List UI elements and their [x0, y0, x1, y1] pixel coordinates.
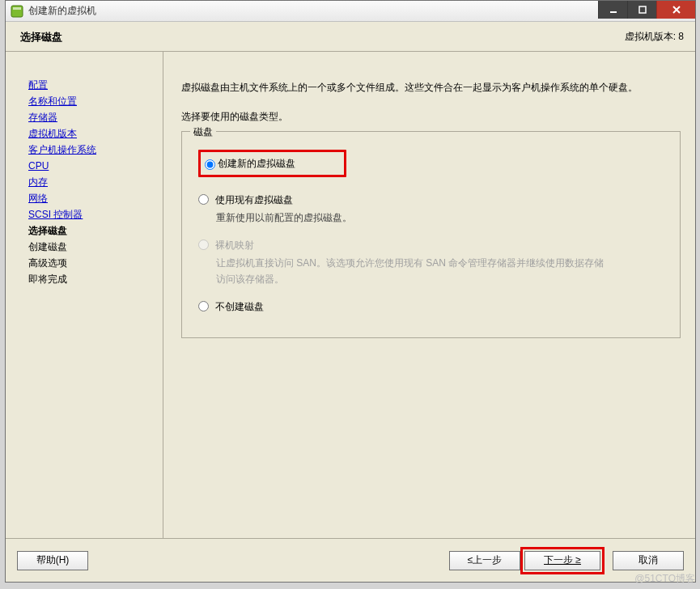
intro-text-2: 选择要使用的磁盘类型。	[181, 108, 681, 125]
sidebar-item-network[interactable]: 网络	[28, 191, 156, 206]
fieldset-legend: 磁盘	[190, 124, 216, 140]
intro-text-1: 虚拟磁盘由主机文件系统上的一个或多个文件组成。这些文件合在一起显示为客户机操作系…	[181, 79, 681, 95]
sidebar-item-name-location[interactable]: 名称和位置	[28, 94, 156, 108]
sidebar-item-cpu[interactable]: CPU	[28, 159, 156, 173]
help-button[interactable]: 帮助(H)	[17, 551, 88, 570]
minimize-button[interactable]	[598, 1, 627, 19]
sidebar-item-memory[interactable]: 内存	[28, 175, 156, 189]
sidebar-item-scsi[interactable]: SCSI 控制器	[28, 207, 156, 222]
radio-rdm-label: 裸机映射	[215, 237, 254, 253]
disk-fieldset: 磁盘 创建新的虚拟磁盘 使用现有虚拟磁盘 重新使用以前配置的虚拟磁盘。 裸机映射	[181, 131, 681, 338]
radio-existing-label: 使用现有虚拟磁盘	[215, 192, 293, 208]
next-button-highlight: 下一步 ≥	[520, 547, 605, 574]
content-area: 虚拟磁盘由主机文件系统上的一个或多个文件组成。这些文件合在一起显示为客户机操作系…	[163, 52, 695, 538]
svg-rect-2	[610, 11, 617, 13]
radio-create-new[interactable]	[205, 159, 215, 170]
watermark: @51CTO博客	[634, 572, 695, 586]
window-controls	[598, 1, 695, 21]
radio-rdm-desc: 让虚拟机直接访问 SAN。该选项允许您使用现有 SAN 命令管理存储器并继续使用…	[216, 255, 605, 287]
option-existing: 使用现有虚拟磁盘	[198, 192, 668, 208]
wizard-header: 选择磁盘 虚拟机版本: 8	[6, 22, 695, 52]
sidebar-item-vm-version[interactable]: 虚拟机版本	[28, 126, 156, 141]
titlebar: 创建新的虚拟机	[6, 1, 695, 22]
radio-existing[interactable]	[198, 194, 209, 205]
sidebar-item-select-disk[interactable]: 选择磁盘	[28, 223, 156, 238]
wizard-footer: 帮助(H) ≤上一步 下一步 ≥ 取消	[6, 538, 695, 582]
radio-none[interactable]	[198, 301, 209, 311]
option-create-new-highlight: 创建新的虚拟磁盘	[198, 150, 346, 177]
sidebar-item-config[interactable]: 配置	[28, 78, 156, 92]
option-rdm: 裸机映射	[198, 237, 668, 253]
sidebar-item-guest-os[interactable]: 客户机操作系统	[28, 142, 156, 157]
sidebar: 配置 名称和位置 存储器 虚拟机版本 客户机操作系统 CPU 内存 网络 SCS…	[6, 52, 163, 538]
close-button[interactable]	[656, 1, 695, 19]
sidebar-item-finish: 即将完成	[28, 272, 156, 286]
app-icon	[11, 5, 23, 18]
radio-existing-desc: 重新使用以前配置的虚拟磁盘。	[216, 210, 668, 226]
svg-rect-1	[13, 7, 21, 10]
radio-none-label: 不创建磁盘	[215, 299, 264, 315]
option-none: 不创建磁盘	[198, 299, 668, 315]
back-button[interactable]: ≤上一步	[449, 551, 520, 570]
next-button[interactable]: 下一步 ≥	[524, 551, 600, 570]
vm-version-label: 虚拟机版本: 8	[625, 30, 684, 44]
maximize-button[interactable]	[627, 1, 656, 19]
radio-create-new-label: 创建新的虚拟磁盘	[218, 155, 295, 172]
sidebar-item-advanced: 高级选项	[28, 256, 156, 270]
radio-rdm	[198, 239, 209, 250]
sidebar-item-storage[interactable]: 存储器	[28, 110, 156, 125]
sidebar-item-create-disk: 创建磁盘	[28, 239, 156, 254]
cancel-button[interactable]: 取消	[613, 551, 684, 570]
page-title: 选择磁盘	[20, 30, 62, 44]
svg-rect-3	[639, 6, 646, 13]
wizard-body: 配置 名称和位置 存储器 虚拟机版本 客户机操作系统 CPU 内存 网络 SCS…	[6, 52, 695, 538]
wizard-window: 创建新的虚拟机 选择磁盘 虚拟机版本: 8 配置 名称和位置 存储器 虚拟机版本…	[5, 0, 696, 583]
window-title: 创建新的虚拟机	[28, 4, 598, 18]
